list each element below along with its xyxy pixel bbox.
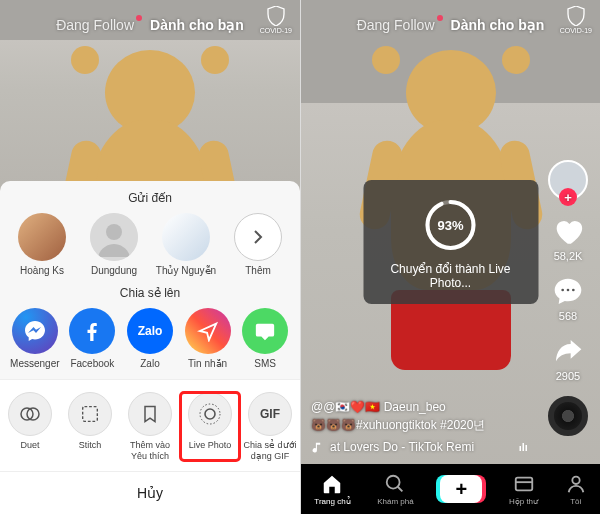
action-live-photo[interactable]: Live Photo xyxy=(180,392,240,461)
avatar xyxy=(90,213,138,261)
share-label: Tin nhắn xyxy=(188,358,227,369)
tab-for-you-label: Dành cho bạn xyxy=(150,17,244,33)
share-label: SMS xyxy=(254,358,276,369)
send-to-heading: Gửi đến xyxy=(0,191,300,205)
svg-point-17 xyxy=(572,476,579,483)
contact-item[interactable]: Dungdung xyxy=(78,213,150,276)
action-label: Live Photo xyxy=(189,440,232,450)
progress-ring: 93% xyxy=(424,198,478,252)
live-photo-icon xyxy=(188,392,232,436)
feed-header: Đang Follow Dành cho bạn COVID-19 xyxy=(0,0,300,50)
nav-create-button[interactable]: + xyxy=(440,475,482,503)
share-instagram[interactable]: Tin nhắn xyxy=(179,308,237,369)
nav-label: Tôi xyxy=(570,497,581,506)
svg-point-8 xyxy=(567,289,570,292)
more-label: Thêm xyxy=(245,265,271,276)
cancel-button[interactable]: Hủy xyxy=(0,471,300,514)
svg-point-15 xyxy=(387,475,400,488)
rail-sound[interactable] xyxy=(548,396,588,436)
video-caption: @@🇰🇷❤️🇻🇳 Daeun_beo 🐻🐻🐻#xuhuongtiktok #20… xyxy=(311,398,530,456)
action-duet[interactable]: Duet xyxy=(0,392,60,461)
nav-profile[interactable]: Tôi xyxy=(565,473,587,506)
share-targets-row[interactable]: Messenger Facebook Zalo Zalo Tin nhắ xyxy=(0,308,300,379)
screen-share-sheet: Đang Follow Dành cho bạn COVID-19 Gửi đế… xyxy=(0,0,300,514)
progress-toast: 93% Chuyển đổi thành Live Photo... xyxy=(363,180,538,304)
progress-label: Chuyển đổi thành Live Photo... xyxy=(373,262,528,290)
heart-icon xyxy=(551,214,585,248)
facebook-icon xyxy=(69,308,115,354)
follow-plus-icon[interactable]: + xyxy=(559,188,577,206)
action-rail: + 58,2K 568 2905 xyxy=(542,160,594,436)
contact-item[interactable]: Hoàng Ks xyxy=(6,213,78,276)
action-label: Stitch xyxy=(79,440,102,450)
svg-point-9 xyxy=(572,289,575,292)
share-zalo[interactable]: Zalo Zalo xyxy=(121,308,179,369)
duet-icon xyxy=(8,392,52,436)
share-icon xyxy=(552,336,584,368)
bookmark-icon xyxy=(128,392,172,436)
svg-rect-16 xyxy=(515,477,532,490)
nav-label: Khám phá xyxy=(377,497,413,506)
action-gif[interactable]: GIF Chia sẻ dưới dạng GIF xyxy=(240,392,300,461)
shield-icon xyxy=(567,6,585,26)
tab-for-you[interactable]: Dành cho bạn xyxy=(150,17,244,33)
zalo-icon: Zalo xyxy=(127,308,173,354)
share-messenger[interactable]: Messenger xyxy=(6,308,64,369)
avatar xyxy=(162,213,210,261)
creator-avatar: + xyxy=(548,160,588,200)
share-facebook[interactable]: Facebook xyxy=(64,308,122,369)
caption-text[interactable]: 🐻🐻🐻#xuhuongtiktok #2020년 xyxy=(311,416,530,434)
equalizer-icon xyxy=(518,441,530,453)
covid-badge[interactable]: COVID-19 xyxy=(260,6,292,34)
rail-profile[interactable]: + xyxy=(548,160,588,200)
actions-row[interactable]: Duet Stitch Thêm vào Yêu thích xyxy=(0,379,300,471)
sms-icon xyxy=(242,308,288,354)
bottom-nav: Trang chủ Khám phá + Hộp thư Tôi xyxy=(301,464,600,514)
music-note-icon xyxy=(311,441,324,454)
tab-following[interactable]: Đang Follow xyxy=(56,17,134,33)
contact-label: Hoàng Ks xyxy=(20,265,64,276)
action-label: Duet xyxy=(20,440,39,450)
instagram-icon xyxy=(185,308,231,354)
covid-label: COVID-19 xyxy=(560,27,592,34)
svg-rect-4 xyxy=(83,407,98,422)
rail-like[interactable]: 58,2K xyxy=(551,214,585,262)
chevron-right-icon xyxy=(234,213,282,261)
caption-username[interactable]: @@🇰🇷❤️🇻🇳 Daeun_beo xyxy=(311,398,530,416)
nav-discover[interactable]: Khám phá xyxy=(377,473,413,506)
tab-for-you[interactable]: Dành cho bạn xyxy=(451,17,545,33)
home-icon xyxy=(321,473,343,495)
stitch-icon xyxy=(68,392,112,436)
share-sheet: Gửi đến Hoàng Ks Dungdung Thủy Nguyễn xyxy=(0,181,300,514)
tab-following-label: Đang Follow xyxy=(56,17,134,33)
action-favorite[interactable]: Thêm vào Yêu thích xyxy=(120,392,180,461)
svg-rect-14 xyxy=(526,445,528,451)
svg-point-7 xyxy=(561,289,564,292)
share-to-heading: Chia sẻ lên xyxy=(0,286,300,300)
messenger-icon xyxy=(12,308,58,354)
like-count: 58,2K xyxy=(554,250,583,262)
share-label: Messenger xyxy=(10,358,59,369)
share-sms[interactable]: SMS xyxy=(236,308,294,369)
plus-icon: + xyxy=(455,478,467,501)
rail-comment[interactable]: 568 xyxy=(552,276,584,322)
contacts-row[interactable]: Hoàng Ks Dungdung Thủy Nguyễn Thêm xyxy=(0,213,300,286)
tab-for-you-label: Dành cho bạn xyxy=(451,17,545,33)
nav-home[interactable]: Trang chủ xyxy=(314,473,350,506)
nav-inbox[interactable]: Hộp thư xyxy=(509,473,538,506)
rail-share[interactable]: 2905 xyxy=(552,336,584,382)
tab-following-label: Đang Follow xyxy=(357,17,435,33)
contact-item[interactable]: Thủy Nguyễn xyxy=(150,213,222,276)
gif-icon: GIF xyxy=(248,392,292,436)
contact-label: Dungdung xyxy=(91,265,137,276)
shield-icon xyxy=(267,6,285,26)
person-icon xyxy=(565,473,587,495)
action-label: Chia sẻ dưới dạng GIF xyxy=(242,440,298,461)
covid-badge[interactable]: COVID-19 xyxy=(560,6,592,34)
share-count: 2905 xyxy=(556,370,580,382)
tab-following[interactable]: Đang Follow xyxy=(357,17,435,33)
music-row[interactable]: at Lovers Do - TikTok Remi xyxy=(311,438,530,456)
search-icon xyxy=(384,473,406,495)
more-contacts-button[interactable]: Thêm xyxy=(222,213,294,276)
action-stitch[interactable]: Stitch xyxy=(60,392,120,461)
